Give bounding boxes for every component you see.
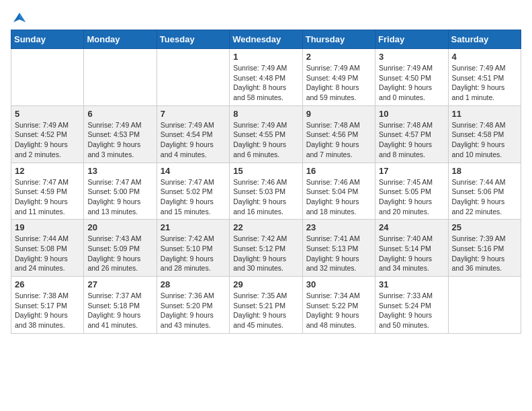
calendar-cell: 23Sunrise: 7:41 AM Sunset: 5:13 PM Dayli… (302, 220, 375, 277)
day-number: 10 (379, 109, 444, 119)
calendar-cell: 16Sunrise: 7:46 AM Sunset: 5:04 PM Dayli… (302, 163, 375, 220)
calendar-cell (11, 49, 84, 106)
calendar-cell: 12Sunrise: 7:47 AM Sunset: 4:59 PM Dayli… (11, 163, 84, 220)
weekday-header-monday: Monday (84, 30, 157, 49)
calendar-cell: 19Sunrise: 7:44 AM Sunset: 5:08 PM Dayli… (11, 220, 84, 277)
day-info: Sunrise: 7:36 AM Sunset: 5:20 PM Dayligh… (161, 291, 226, 330)
day-info: Sunrise: 7:44 AM Sunset: 5:08 PM Dayligh… (15, 234, 80, 273)
day-number: 7 (161, 109, 226, 119)
day-number: 11 (452, 109, 517, 119)
day-info: Sunrise: 7:47 AM Sunset: 5:02 PM Dayligh… (161, 177, 226, 217)
day-info: Sunrise: 7:44 AM Sunset: 5:06 PM Dayligh… (452, 177, 517, 217)
day-number: 4 (452, 52, 517, 62)
day-info: Sunrise: 7:46 AM Sunset: 5:04 PM Dayligh… (306, 177, 371, 217)
calendar-table: SundayMondayTuesdayWednesdayThursdayFrid… (11, 30, 521, 334)
calendar-cell: 15Sunrise: 7:46 AM Sunset: 5:03 PM Dayli… (230, 163, 302, 220)
day-number: 29 (233, 279, 298, 289)
calendar-cell: 31Sunrise: 7:33 AM Sunset: 5:24 PM Dayli… (375, 277, 448, 334)
calendar-cell: 8Sunrise: 7:49 AM Sunset: 4:55 PM Daylig… (230, 105, 302, 163)
day-info: Sunrise: 7:45 AM Sunset: 5:05 PM Dayligh… (379, 177, 444, 217)
day-number: 9 (306, 109, 371, 119)
day-info: Sunrise: 7:41 AM Sunset: 5:13 PM Dayligh… (306, 234, 371, 273)
day-info: Sunrise: 7:38 AM Sunset: 5:17 PM Dayligh… (15, 291, 80, 330)
day-info: Sunrise: 7:49 AM Sunset: 4:54 PM Dayligh… (161, 120, 226, 160)
calendar-cell: 11Sunrise: 7:48 AM Sunset: 4:58 PM Dayli… (448, 105, 521, 163)
calendar-cell: 17Sunrise: 7:45 AM Sunset: 5:05 PM Dayli… (375, 163, 448, 220)
calendar-cell: 18Sunrise: 7:44 AM Sunset: 5:06 PM Dayli… (448, 163, 521, 220)
calendar-cell: 10Sunrise: 7:48 AM Sunset: 4:57 PM Dayli… (375, 105, 448, 163)
day-number: 21 (161, 222, 226, 232)
calendar-cell: 13Sunrise: 7:47 AM Sunset: 5:00 PM Dayli… (84, 163, 157, 220)
day-info: Sunrise: 7:42 AM Sunset: 5:10 PM Dayligh… (161, 234, 226, 273)
day-info: Sunrise: 7:49 AM Sunset: 4:53 PM Dayligh… (87, 120, 152, 160)
calendar-cell: 28Sunrise: 7:36 AM Sunset: 5:20 PM Dayli… (157, 277, 229, 334)
day-number: 13 (87, 166, 152, 176)
day-info: Sunrise: 7:49 AM Sunset: 4:52 PM Dayligh… (15, 120, 80, 160)
day-info: Sunrise: 7:37 AM Sunset: 5:18 PM Dayligh… (87, 291, 152, 330)
day-info: Sunrise: 7:49 AM Sunset: 4:48 PM Dayligh… (233, 63, 298, 103)
day-info: Sunrise: 7:49 AM Sunset: 4:49 PM Dayligh… (306, 63, 371, 103)
logo-text (11, 11, 27, 23)
day-number: 5 (15, 109, 80, 119)
day-info: Sunrise: 7:47 AM Sunset: 4:59 PM Dayligh… (15, 177, 80, 217)
calendar-cell: 22Sunrise: 7:42 AM Sunset: 5:12 PM Dayli… (230, 220, 302, 277)
day-info: Sunrise: 7:42 AM Sunset: 5:12 PM Dayligh… (233, 234, 298, 273)
day-number: 27 (87, 279, 152, 289)
day-info: Sunrise: 7:49 AM Sunset: 4:55 PM Dayligh… (233, 120, 298, 160)
day-number: 23 (306, 222, 371, 232)
calendar-week-row: 1Sunrise: 7:49 AM Sunset: 4:48 PM Daylig… (11, 49, 521, 106)
day-number: 3 (379, 52, 444, 62)
day-info: Sunrise: 7:33 AM Sunset: 5:24 PM Dayligh… (379, 291, 444, 330)
weekday-header-thursday: Thursday (302, 30, 375, 49)
day-number: 24 (379, 222, 444, 232)
calendar-cell: 20Sunrise: 7:43 AM Sunset: 5:09 PM Dayli… (84, 220, 157, 277)
calendar-cell: 3Sunrise: 7:49 AM Sunset: 4:50 PM Daylig… (375, 49, 448, 106)
day-number: 17 (379, 166, 444, 176)
day-number: 6 (87, 109, 152, 119)
day-number: 2 (306, 52, 371, 62)
calendar-week-row: 26Sunrise: 7:38 AM Sunset: 5:17 PM Dayli… (11, 277, 521, 334)
calendar-cell: 4Sunrise: 7:49 AM Sunset: 4:51 PM Daylig… (448, 49, 521, 106)
weekday-header-saturday: Saturday (448, 30, 521, 49)
logo-icon (12, 11, 27, 26)
weekday-header-sunday: Sunday (11, 30, 84, 49)
calendar-cell: 7Sunrise: 7:49 AM Sunset: 4:54 PM Daylig… (157, 105, 229, 163)
day-info: Sunrise: 7:49 AM Sunset: 4:50 PM Dayligh… (379, 63, 444, 103)
page-header (11, 11, 521, 23)
day-number: 18 (452, 166, 517, 176)
calendar-cell: 25Sunrise: 7:39 AM Sunset: 5:16 PM Dayli… (448, 220, 521, 277)
day-number: 25 (452, 222, 517, 232)
page-container: SundayMondayTuesdayWednesdayThursdayFrid… (0, 0, 532, 340)
logo (11, 11, 27, 23)
calendar-cell: 30Sunrise: 7:34 AM Sunset: 5:22 PM Dayli… (302, 277, 375, 334)
day-number: 14 (161, 166, 226, 176)
day-number: 12 (15, 166, 80, 176)
weekday-header-row: SundayMondayTuesdayWednesdayThursdayFrid… (11, 30, 521, 49)
day-number: 22 (233, 222, 298, 232)
weekday-header-friday: Friday (375, 30, 448, 49)
calendar-cell: 24Sunrise: 7:40 AM Sunset: 5:14 PM Dayli… (375, 220, 448, 277)
day-number: 30 (306, 279, 371, 289)
day-info: Sunrise: 7:47 AM Sunset: 5:00 PM Dayligh… (87, 177, 152, 217)
calendar-cell: 6Sunrise: 7:49 AM Sunset: 4:53 PM Daylig… (84, 105, 157, 163)
day-number: 16 (306, 166, 371, 176)
day-info: Sunrise: 7:39 AM Sunset: 5:16 PM Dayligh… (452, 234, 517, 273)
day-info: Sunrise: 7:40 AM Sunset: 5:14 PM Dayligh… (379, 234, 444, 273)
day-info: Sunrise: 7:48 AM Sunset: 4:56 PM Dayligh… (306, 120, 371, 160)
calendar-cell: 26Sunrise: 7:38 AM Sunset: 5:17 PM Dayli… (11, 277, 84, 334)
calendar-cell (84, 49, 157, 106)
calendar-cell: 27Sunrise: 7:37 AM Sunset: 5:18 PM Dayli… (84, 277, 157, 334)
day-info: Sunrise: 7:46 AM Sunset: 5:03 PM Dayligh… (233, 177, 298, 217)
day-info: Sunrise: 7:49 AM Sunset: 4:51 PM Dayligh… (452, 63, 517, 103)
calendar-week-row: 19Sunrise: 7:44 AM Sunset: 5:08 PM Dayli… (11, 220, 521, 277)
calendar-cell: 2Sunrise: 7:49 AM Sunset: 4:49 PM Daylig… (302, 49, 375, 106)
calendar-cell: 9Sunrise: 7:48 AM Sunset: 4:56 PM Daylig… (302, 105, 375, 163)
calendar-cell: 29Sunrise: 7:35 AM Sunset: 5:21 PM Dayli… (230, 277, 302, 334)
day-info: Sunrise: 7:35 AM Sunset: 5:21 PM Dayligh… (233, 291, 298, 330)
calendar-cell (448, 277, 521, 334)
day-number: 26 (15, 279, 80, 289)
day-number: 19 (15, 222, 80, 232)
day-number: 8 (233, 109, 298, 119)
day-number: 1 (233, 52, 298, 62)
day-number: 31 (379, 279, 444, 289)
